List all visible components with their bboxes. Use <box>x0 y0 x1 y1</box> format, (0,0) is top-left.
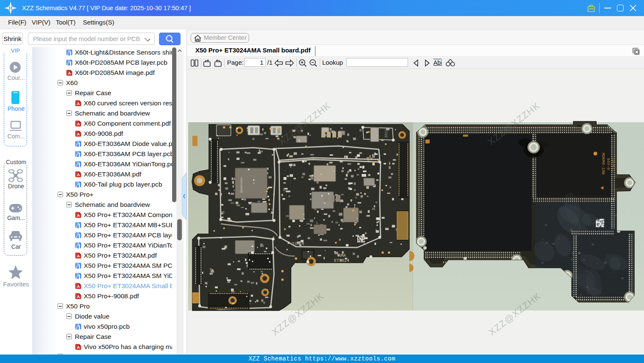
svg-text:10-01.: 10-01. <box>611 158 616 172</box>
svg-text:ET3024: ET3024 <box>334 258 349 263</box>
svg-text:2024: 2024 <box>292 241 304 246</box>
svg-text:0511: 0511 <box>384 129 389 138</box>
svg-text:Qualcomm: Qualcomm <box>239 178 243 193</box>
svg-text:AMA: AMA <box>338 253 346 258</box>
svg-text:MDKM8-18W: MDKM8-18W <box>601 153 606 175</box>
svg-text:94V-0: 94V-0 <box>606 158 611 170</box>
